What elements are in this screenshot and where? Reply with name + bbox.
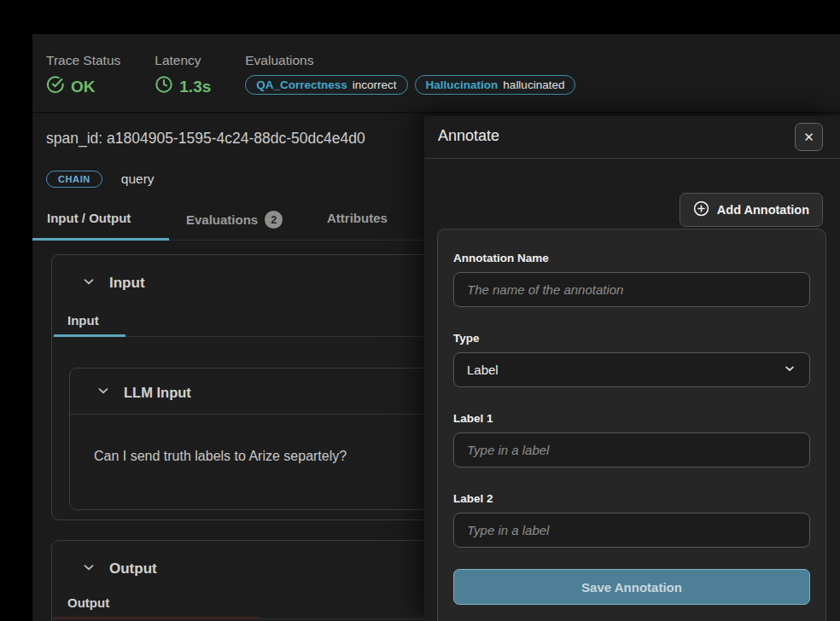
evaluations-count-badge: 2 xyxy=(265,211,283,229)
latency-value: 1.3s xyxy=(155,75,211,98)
latency-group: Latency 1.3s xyxy=(155,53,211,98)
annotate-panel: Annotate ✕ Add Annotation Annotation Nam… xyxy=(424,116,840,621)
plus-circle-icon xyxy=(693,200,709,219)
type-select-value: Label xyxy=(467,363,499,377)
evaluation-badges: QA_Correctness incorrect Hallucination h… xyxy=(245,75,575,95)
annotation-name-input[interactable] xyxy=(453,272,810,307)
input-section-title: Input xyxy=(109,275,145,292)
evaluations-group: Evaluations QA_Correctness incorrect Hal… xyxy=(245,53,575,98)
output-subtab-underline xyxy=(54,617,259,619)
trace-status-value: OK xyxy=(46,75,120,98)
annotate-title: Annotate xyxy=(438,127,499,145)
input-subtab-underline xyxy=(54,334,125,337)
annotate-header: Annotate ✕ xyxy=(424,116,840,159)
trace-status-group: Trace Status OK xyxy=(46,53,120,98)
span-kind-row: CHAIN query xyxy=(46,171,155,188)
chevron-down-icon xyxy=(81,274,96,293)
label1-input[interactable] xyxy=(453,432,810,467)
chevron-down-icon xyxy=(81,560,96,578)
llm-input-title: LLM Input xyxy=(124,385,191,401)
latency-label: Latency xyxy=(155,53,211,68)
save-annotation-button[interactable]: Save Annotation xyxy=(453,569,810,605)
evaluations-label: Evaluations xyxy=(245,53,575,68)
chevron-down-icon xyxy=(96,383,111,402)
tab-attributes[interactable]: Attributes xyxy=(327,211,388,225)
trace-status-bar: Trace Status OK Latency 1.3s xyxy=(32,34,840,113)
tab-input-output[interactable]: Input / Output xyxy=(47,211,131,225)
tab-evaluations[interactable]: Evaluations 2 xyxy=(186,211,283,229)
span-name: query xyxy=(121,171,155,187)
input-subtab[interactable]: Input xyxy=(67,313,99,328)
clock-icon xyxy=(155,75,173,98)
chevron-down-icon xyxy=(783,362,796,378)
annotation-name-label: Annotation Name xyxy=(453,252,810,264)
output-section-title: Output xyxy=(109,560,157,577)
check-circle-icon xyxy=(46,75,65,98)
eval-badge-hallucination[interactable]: Hallucination hallucinated xyxy=(415,75,576,95)
screenshot-stage: Trace Status OK Latency 1.3s xyxy=(0,0,840,621)
annotation-form-card: Annotation Name Type Label Label 1 Label… xyxy=(437,229,826,621)
eval-badge-qa-correctness[interactable]: QA_Correctness incorrect xyxy=(245,75,407,95)
trace-status-label: Trace Status xyxy=(46,53,120,68)
type-label: Type xyxy=(453,332,810,345)
chain-kind-badge: CHAIN xyxy=(46,171,102,188)
label1-label: Label 1 xyxy=(453,412,810,425)
active-tab-underline xyxy=(32,238,169,241)
close-icon[interactable]: ✕ xyxy=(795,123,823,151)
label2-label: Label 2 xyxy=(453,492,810,505)
output-subtab[interactable]: Output xyxy=(67,595,109,610)
add-annotation-button[interactable]: Add Annotation xyxy=(680,193,823,227)
type-select[interactable]: Label xyxy=(453,352,810,387)
label2-input[interactable] xyxy=(453,513,810,548)
